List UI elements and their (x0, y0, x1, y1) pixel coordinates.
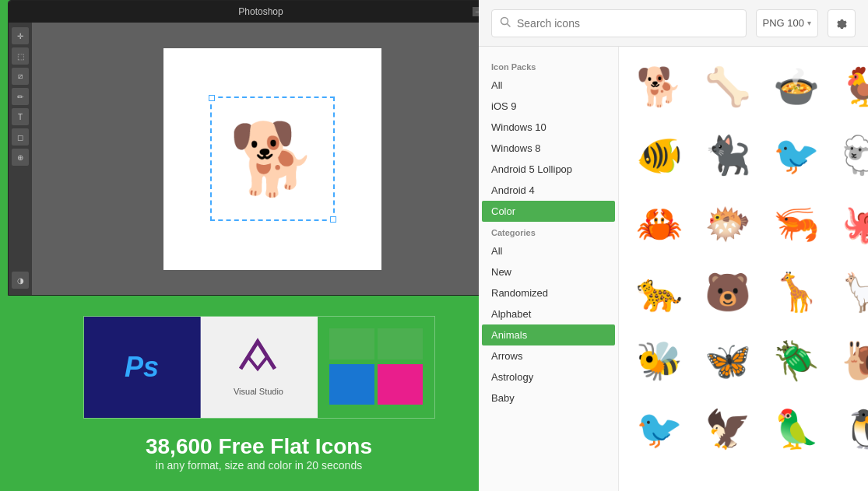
metro-tile[interactable] (318, 317, 434, 418)
sidebar: Icon Packs All iOS 9 Windows 10 Windows … (479, 47, 619, 491)
tagline-area: 38,600 Free Flat Icons in any format, si… (146, 434, 372, 472)
icon-snail[interactable]: 🐌 (834, 330, 868, 392)
tool-select[interactable]: ⬚ (12, 47, 29, 65)
icons-grid: 🐕 🦴 🍲 🐓 🐠 🐈‍⬛ 🐦 🐑 🦀 🐡 🦐 🐙 🐆 🐻 🦒 🦙 (628, 56, 859, 461)
panel-content: Icon Packs All iOS 9 Windows 10 Windows … (479, 47, 868, 491)
tool-crop[interactable]: ⧄ (12, 68, 29, 85)
sidebar-item-android4[interactable]: Android 4 (479, 180, 618, 201)
tagline-large: 38,600 Free Flat Icons (146, 434, 372, 459)
left-section: that works with Photoshop, Axure, Visual… (0, 0, 518, 491)
canvas: 🐕 (163, 48, 381, 270)
tool-type[interactable]: T (12, 108, 29, 125)
icon-chicken[interactable]: 🐓 (834, 56, 868, 118)
icon-leopard[interactable]: 🐆 (628, 261, 691, 324)
panel-header: PNG 100 ▾ (479, 0, 868, 47)
sidebar-item-ios9[interactable]: iOS 9 (479, 96, 618, 117)
svg-line-1 (508, 24, 511, 27)
format-selector[interactable]: PNG 100 ▾ (756, 9, 818, 37)
icon-eagle[interactable]: 🦅 (697, 398, 759, 461)
window-title: Photoshop (238, 6, 283, 17)
sidebar-item-baby[interactable]: Baby (479, 388, 618, 409)
icon-llama[interactable]: 🦙 (834, 261, 868, 324)
search-input[interactable] (517, 17, 738, 30)
metro-grid (329, 328, 423, 406)
sidebar-item-animals[interactable]: Animals (482, 324, 615, 345)
titlebar: Photoshop − □ × (9, 1, 513, 23)
icon-dog[interactable]: 🐕 (628, 56, 691, 118)
icon-bee[interactable]: 🐝 (628, 330, 691, 392)
tool-brush[interactable]: ✏ (12, 88, 29, 105)
tagline-small: in any format, size and color in 20 seco… (146, 459, 372, 472)
chevron-down-icon: ▾ (807, 19, 811, 27)
icon-puffin[interactable]: 🐧 (834, 398, 868, 461)
icons-grid-area: 🐕 🦴 🍲 🐓 🐠 🐈‍⬛ 🐦 🐑 🦀 🐡 🦐 🐙 🐆 🐻 🦒 🦙 (619, 47, 868, 491)
tool-color[interactable]: ◑ (12, 272, 29, 289)
right-panel: PNG 100 ▾ Icon Packs All iOS 9 Windows 1… (479, 0, 868, 491)
icon-giraffe[interactable]: 🦒 (765, 261, 828, 324)
visual-studio-tile[interactable]: Visual Studio (201, 317, 318, 418)
app-icons-area: Ps Visual Studio (0, 296, 518, 491)
vs-icon (237, 338, 279, 384)
icon-bear[interactable]: 🐻 (697, 261, 759, 324)
icon-parrot[interactable]: 🦜 (765, 398, 828, 461)
icon-sheep[interactable]: 🐑 (834, 125, 868, 187)
icon-tropical-fish[interactable]: 🐡 (697, 193, 759, 255)
sidebar-item-new[interactable]: New (479, 261, 618, 282)
icon-bird[interactable]: 🐦 (765, 125, 828, 187)
icon-butterfly[interactable]: 🦋 (697, 330, 759, 392)
sidebar-item-arrows[interactable]: Arrows (479, 345, 618, 366)
icon-fishbowl[interactable]: 🐠 (628, 125, 691, 187)
tool-zoom[interactable]: ⊕ (12, 149, 29, 166)
tool-move[interactable]: ✛ (12, 27, 29, 44)
search-icon (500, 16, 511, 30)
ps-logo: Ps (114, 340, 169, 395)
icon-hummingbird[interactable]: 🐦 (628, 398, 691, 461)
icon-crab[interactable]: 🦀 (628, 193, 691, 255)
search-box[interactable] (491, 9, 747, 37)
sidebar-item-windows10[interactable]: Windows 10 (479, 117, 618, 138)
selection-box (210, 96, 335, 221)
tool-shape[interactable]: ◻ (12, 128, 29, 146)
sidebar-item-android5[interactable]: Android 5 Lollipop (479, 159, 618, 180)
sidebar-item-alphabet[interactable]: Alphabet (479, 303, 618, 324)
icon-black-cat[interactable]: 🐈‍⬛ (697, 125, 759, 187)
photoshop-window: Photoshop − □ × ✛ ⬚ ⧄ ✏ T ◻ ⊕ ◑ 🐕 (8, 0, 514, 296)
sidebar-item-all-cats[interactable]: All (479, 240, 618, 261)
photoshop-tile[interactable]: Ps (84, 317, 201, 418)
icon-bone[interactable]: 🦴 (697, 56, 759, 118)
sidebar-item-color[interactable]: Color (482, 201, 615, 222)
settings-button[interactable] (828, 9, 856, 37)
icon-dragonfly[interactable]: 🪲 (765, 330, 828, 392)
format-label: PNG 100 (763, 17, 804, 29)
sidebar-item-windows8[interactable]: Windows 8 (479, 138, 618, 159)
categories-title: Categories (479, 222, 618, 240)
icon-bowl[interactable]: 🍲 (765, 56, 828, 118)
sidebar-item-randomized[interactable]: Randomized (479, 282, 618, 303)
canvas-area: 🐕 (32, 23, 513, 295)
icon-packs-title: Icon Packs (479, 56, 618, 75)
icon-shrimp[interactable]: 🦐 (765, 193, 828, 255)
icon-octopus[interactable]: 🐙 (834, 193, 868, 255)
vs-label: Visual Studio (234, 387, 283, 396)
sidebar-item-all-packs[interactable]: All (479, 75, 618, 96)
vs-logo: Visual Studio (234, 338, 283, 396)
app-row: Ps Visual Studio (83, 316, 435, 419)
ps-toolbar: ✛ ⬚ ⧄ ✏ T ◻ ⊕ ◑ (9, 23, 32, 295)
sidebar-item-astrology[interactable]: Astrology (479, 366, 618, 388)
